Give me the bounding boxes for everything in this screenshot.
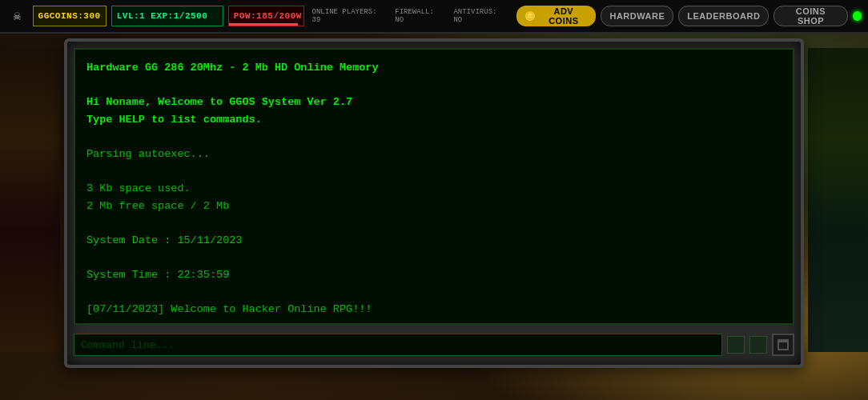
terminal-line <box>86 318 782 325</box>
exp-stat-box: LVL:1 EXP:1/2500 <box>111 6 223 26</box>
right-decoration <box>808 48 868 352</box>
terminal-line <box>86 214 782 232</box>
command-bar <box>74 331 794 358</box>
adv-coins-button[interactable]: 🪙 ADV COINS <box>516 6 597 26</box>
adv-coins-label: ADV COINS <box>539 6 588 26</box>
coins-stat-box: GGCOINS:300 <box>33 6 106 26</box>
hardware-label: HARDWARE <box>609 11 665 21</box>
cmd-button-maximize[interactable] <box>772 334 794 356</box>
hardware-button[interactable]: HARDWARE <box>601 6 673 26</box>
terminal-line: Hardware GG 286 20Mhz - 2 Mb HD Online M… <box>86 59 782 77</box>
terminal-line: 2 Mb free space / 2 Mb <box>86 198 782 215</box>
top-navigation-bar: ☠ GGCOINS:300 LVL:1 EXP:1/2500 POW:185/2… <box>0 0 868 34</box>
logo-icon: ☠ <box>6 5 28 27</box>
firewall-label: FIREWALL: NO <box>395 8 444 24</box>
terminal-output: Hardware GG 286 20Mhz - 2 Mb HD Online M… <box>86 59 782 325</box>
terminal-line: Hi Noname, Welcome to GGOS System Ver 2.… <box>86 94 782 111</box>
coins-shop-button[interactable]: COINS SHOP <box>774 6 847 26</box>
sub-info-bar: ONLINE PLAYERS: 39 FIREWALL: NO ANTIVIRU… <box>312 8 507 24</box>
connection-status-dot <box>853 11 862 21</box>
adv-coins-icon: 🪙 <box>524 11 536 22</box>
terminal-line: 3 Kb space used. <box>86 180 782 198</box>
cmd-button-1[interactable] <box>727 336 745 354</box>
pow-stat-box: POW:185/200W <box>228 6 304 26</box>
antivirus-label: ANTIVIRUS: NO <box>453 8 506 24</box>
terminal-line: Type HELP to list commands. <box>86 111 782 129</box>
terminal-line <box>86 284 782 302</box>
coins-label: GGCOINS:300 <box>38 11 101 21</box>
exp-label: LVL:1 EXP:1/2500 <box>117 11 208 21</box>
terminal-line: Parsing autoexec... <box>86 146 782 163</box>
terminal-line: [07/11/2023] Welcome to Hacker Online RP… <box>86 301 782 318</box>
leaderboard-button[interactable]: LEADERBOARD <box>678 6 769 26</box>
terminal-line <box>86 163 782 181</box>
command-input[interactable] <box>74 334 722 356</box>
cmd-button-2[interactable] <box>749 336 767 354</box>
terminal-screen: Hardware GG 286 20Mhz - 2 Mb HD Online M… <box>74 48 794 325</box>
terminal-line <box>86 77 782 94</box>
left-decoration <box>0 48 60 352</box>
terminal-frame: Hardware GG 286 20Mhz - 2 Mb HD Online M… <box>64 38 804 368</box>
pow-progress-bar <box>229 23 298 26</box>
online-players-label: ONLINE PLAYERS: 39 <box>312 8 386 24</box>
terminal-line <box>86 128 782 146</box>
terminal-line: System Time : 22:35:59 <box>86 266 782 284</box>
terminal-line: System Date : 15/11/2023 <box>86 232 782 250</box>
coins-shop-label: COINS SHOP <box>782 6 838 26</box>
pow-label: POW:185/200W <box>234 11 302 21</box>
terminal-line <box>86 250 782 267</box>
svg-rect-1 <box>778 340 788 342</box>
leaderboard-label: LEADERBOARD <box>687 11 760 21</box>
